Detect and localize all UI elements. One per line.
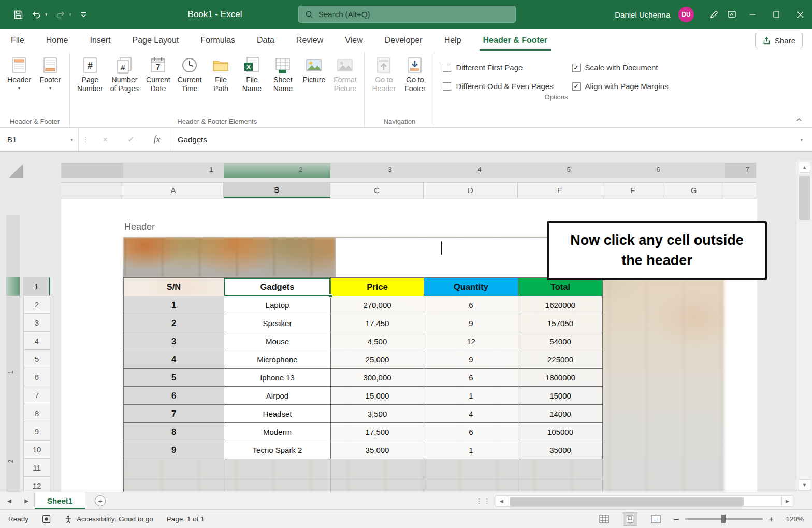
checkbox-scale-with-document[interactable]: ✓Scale with Document: [572, 63, 669, 72]
zoom-in-button[interactable]: +: [769, 515, 774, 524]
table-cell[interactable]: 54000: [518, 332, 603, 350]
tab-insert[interactable]: Insert: [79, 29, 121, 52]
empty-cell[interactable]: [124, 459, 224, 477]
ribbon-button-current-date[interactable]: 7Current Date: [143, 55, 173, 93]
table-cell[interactable]: 157050: [518, 314, 603, 332]
table-cell[interactable]: 1: [124, 296, 224, 314]
formula-input[interactable]: Gadgets: [170, 128, 791, 151]
table-cell[interactable]: 1: [424, 387, 518, 405]
empty-cell[interactable]: [124, 477, 224, 492]
table-header-quantity[interactable]: Quantity: [424, 278, 518, 296]
table-cell[interactable]: 4,500: [331, 332, 424, 350]
sheet-tab-sheet1[interactable]: Sheet1: [34, 492, 85, 509]
search-box[interactable]: Search (Alt+Q): [298, 6, 516, 23]
zoom-level[interactable]: 120%: [780, 515, 804, 523]
table-cell[interactable]: 12: [424, 332, 518, 350]
ribbon-button-sheet-name[interactable]: Sheet Name: [268, 55, 298, 93]
redo-icon[interactable]: [56, 10, 65, 19]
normal-view-icon[interactable]: [598, 513, 611, 525]
row-header-8[interactable]: 8: [23, 404, 50, 422]
empty-cell[interactable]: [424, 477, 518, 492]
header-center-section[interactable]: [336, 238, 548, 277]
table-cell[interactable]: 270,000: [331, 296, 424, 314]
previous-sheet-icon[interactable]: ◀: [0, 492, 19, 509]
empty-cell[interactable]: [224, 459, 331, 477]
table-cell[interactable]: 2: [124, 314, 224, 332]
table-header-s-n[interactable]: S/N: [124, 278, 224, 296]
name-box-dropdown-icon[interactable]: ▾: [70, 137, 73, 142]
column-header-f[interactable]: F: [602, 183, 663, 198]
table-cell[interactable]: Moderm: [224, 423, 331, 441]
undo-icon[interactable]: [32, 10, 41, 19]
table-cell[interactable]: 9: [424, 314, 518, 332]
tab-home[interactable]: Home: [35, 29, 79, 52]
tab-page-layout[interactable]: Page Layout: [121, 29, 190, 52]
select-all-corner[interactable]: [9, 164, 23, 178]
table-cell[interactable]: 35000: [518, 441, 603, 459]
table-cell[interactable]: Airpod: [224, 387, 331, 405]
close-button[interactable]: [788, 0, 812, 29]
tab-review[interactable]: Review: [285, 29, 334, 52]
empty-cell[interactable]: [331, 477, 424, 492]
zoom-out-button[interactable]: –: [674, 515, 679, 524]
row-header-9[interactable]: 9: [23, 422, 50, 441]
ribbon-button-go-to-footer[interactable]: Go to Footer: [400, 55, 430, 93]
row-header-4[interactable]: 4: [23, 332, 50, 350]
tab-header-footer[interactable]: Header & Footer: [472, 29, 558, 52]
table-cell[interactable]: Microphone: [224, 350, 331, 369]
empty-cell[interactable]: [424, 459, 518, 477]
table-cell[interactable]: 15,000: [331, 387, 424, 405]
table-cell[interactable]: 25,000: [331, 350, 424, 369]
save-icon[interactable]: [13, 10, 23, 20]
row-header-11[interactable]: 11: [23, 459, 50, 477]
scroll-up-icon[interactable]: ▲: [799, 162, 810, 173]
avatar[interactable]: DU: [678, 7, 694, 22]
table-cell[interactable]: Mouse: [224, 332, 331, 350]
row-header-10[interactable]: 10: [23, 441, 50, 459]
empty-cell[interactable]: [224, 477, 331, 492]
row-header-6[interactable]: 6: [23, 368, 50, 386]
table-cell[interactable]: 4: [424, 405, 518, 423]
table-cell[interactable]: 5: [124, 369, 224, 387]
inking-pen-icon[interactable]: [705, 0, 723, 29]
table-cell[interactable]: 3: [124, 332, 224, 350]
new-sheet-button[interactable]: +: [95, 495, 106, 506]
ribbon-button-file-path[interactable]: File Path: [206, 55, 236, 93]
table-cell[interactable]: Headset: [224, 405, 331, 423]
table-cell[interactable]: 6: [124, 387, 224, 405]
maximize-button[interactable]: [764, 0, 788, 29]
table-cell[interactable]: 6: [424, 369, 518, 387]
tab-formulas[interactable]: Formulas: [190, 29, 246, 52]
ribbon-display-options-icon[interactable]: [723, 0, 741, 29]
tab-data[interactable]: Data: [246, 29, 285, 52]
cancel-entry-button[interactable]: ×: [92, 128, 118, 151]
column-header-e[interactable]: E: [518, 183, 602, 198]
table-cell[interactable]: 35,000: [331, 441, 424, 459]
name-box[interactable]: B1 ▾: [0, 128, 79, 151]
next-sheet-icon[interactable]: ▶: [19, 492, 34, 509]
table-header-total[interactable]: Total: [518, 278, 603, 296]
tab-split-handle[interactable]: ⋮⋮: [476, 492, 491, 509]
row-header-12[interactable]: 12: [23, 477, 50, 492]
column-header-a[interactable]: A: [123, 183, 224, 198]
table-cell[interactable]: 300,000: [331, 369, 424, 387]
ribbon-button-picture[interactable]: Picture: [299, 55, 329, 84]
table-cell[interactable]: 6: [424, 423, 518, 441]
horizontal-scroll-thumb[interactable]: [510, 497, 744, 506]
ribbon-button-number-of-pages[interactable]: #Number of Pages: [107, 55, 142, 93]
zoom-slider[interactable]: [685, 518, 763, 520]
table-cell[interactable]: 1620000: [518, 296, 603, 314]
table-cell[interactable]: 17,500: [331, 423, 424, 441]
checkbox-align-with-page-margins[interactable]: ✓Align with Page Margins: [572, 82, 669, 91]
table-header-price[interactable]: Price: [331, 278, 424, 296]
table-cell[interactable]: 9: [124, 441, 224, 459]
row-header-1[interactable]: 1: [23, 277, 50, 296]
vertical-scrollbar[interactable]: ▲ ▼: [796, 160, 812, 492]
share-button[interactable]: Share: [755, 33, 803, 48]
checkbox-different-odd-even-pages[interactable]: Different Odd & Even Pages: [443, 82, 553, 91]
table-cell[interactable]: Speaker: [224, 314, 331, 332]
table-cell[interactable]: 6: [424, 296, 518, 314]
table-header-gadgets[interactable]: Gadgets: [224, 278, 331, 296]
empty-cell[interactable]: [518, 459, 603, 477]
row-header-2[interactable]: 2: [23, 296, 50, 314]
